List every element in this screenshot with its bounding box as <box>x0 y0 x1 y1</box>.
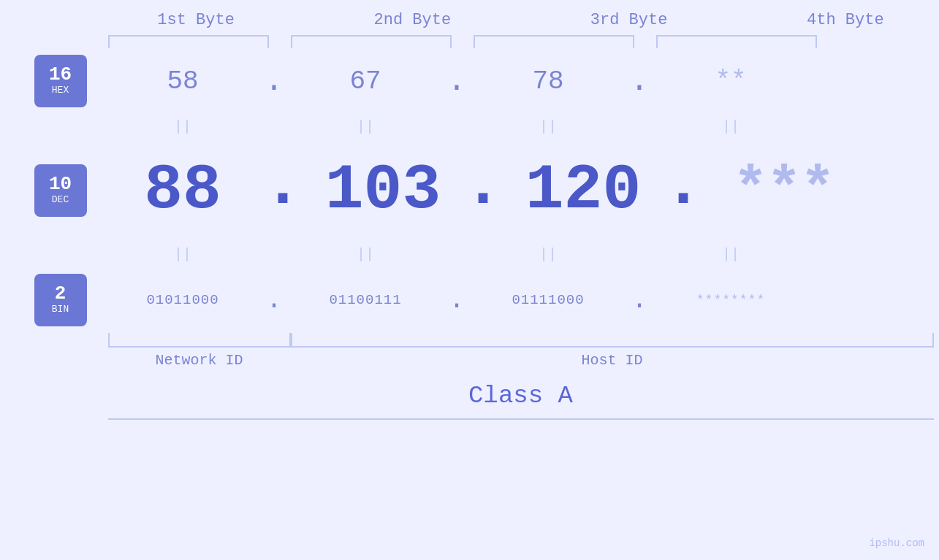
dec-dot2: . <box>463 153 503 229</box>
bin-badge: 2 BIN <box>34 274 87 326</box>
byte-headers-row: 1st Byte 2nd Byte 3rd Byte 4th Byte <box>102 11 939 35</box>
badges-column: 16 HEX 10 DEC 2 BIN <box>0 52 102 329</box>
bottom-labels: Network ID Host ID <box>108 352 934 369</box>
class-section: Class A <box>108 382 934 420</box>
host-id-label: Host ID <box>291 352 934 369</box>
bottom-brackets <box>108 333 934 348</box>
dec-b2: 103 <box>303 158 463 223</box>
host-bracket <box>291 333 934 348</box>
bin-b4: ******** <box>650 293 811 307</box>
eq2-b2: || <box>285 246 446 263</box>
class-label: Class A <box>468 382 573 410</box>
hex-b3: 78 <box>468 66 628 96</box>
eq1-b1: || <box>102 118 263 135</box>
hex-badge-label: HEX <box>52 84 69 97</box>
hex-badge: 16 HEX <box>34 55 87 107</box>
hex-dot2: . <box>446 63 468 99</box>
bracket-byte4 <box>656 35 817 48</box>
dec-dot3: . <box>664 153 703 229</box>
bin-dot2: . <box>446 285 468 315</box>
dec-badge-label: DEC <box>52 193 69 207</box>
byte1-header: 1st Byte <box>157 11 235 35</box>
dec-row: 88 . 103 . 120 . *** <box>102 143 924 238</box>
dec-b4: *** <box>703 161 864 220</box>
values-area: 58 . 67 . 78 . ** <box>102 52 939 329</box>
bin-badge-num: 2 <box>55 284 66 303</box>
hex-b1: 58 <box>102 66 263 96</box>
bin-b3: 01111000 <box>468 292 628 308</box>
byte2-header: 2nd Byte <box>374 11 452 35</box>
page-container: 1st Byte 2nd Byte 3rd Byte 4th Byte <box>0 0 939 420</box>
network-id-label: Network ID <box>108 352 291 369</box>
bracket-byte2 <box>291 35 452 48</box>
hex-dot3: . <box>628 63 650 99</box>
network-bracket <box>108 333 291 348</box>
hex-badge-num: 16 <box>49 65 72 84</box>
byte1-col: 1st Byte <box>102 11 289 35</box>
byte2-col: 2nd Byte <box>319 11 506 35</box>
bracket-byte1 <box>108 35 269 48</box>
dec-b1: 88 <box>102 158 263 223</box>
hex-dot1: . <box>263 63 285 99</box>
eq-row-2: || || || || <box>102 238 924 271</box>
bin-row: 01011000 . 01100111 . 01111000 . <box>102 271 924 329</box>
top-brackets <box>108 35 934 48</box>
eq2-b3: || <box>468 246 628 263</box>
byte3-header: 3rd Byte <box>590 11 668 35</box>
dec-badge-num: 10 <box>49 174 72 193</box>
watermark: ipshu.com <box>869 537 924 549</box>
byte3-col: 3rd Byte <box>536 11 723 35</box>
eq2-b4: || <box>650 246 811 263</box>
bin-b2: 01100111 <box>285 292 446 308</box>
bin-badge-label: BIN <box>52 303 69 316</box>
bin-dot3: . <box>628 285 650 315</box>
dec-badge: 10 DEC <box>34 164 87 217</box>
hex-b2: 67 <box>285 66 446 96</box>
hex-row: 58 . 67 . 78 . ** <box>102 52 924 110</box>
hex-b4: ** <box>650 66 811 96</box>
eq1-b2: || <box>285 118 446 135</box>
dec-b3: 120 <box>503 158 664 223</box>
byte4-col: 4th Byte <box>752 11 939 35</box>
byte4-header: 4th Byte <box>807 11 884 35</box>
eq1-b4: || <box>650 118 811 135</box>
eq2-b1: || <box>102 246 263 263</box>
eq-row-1: || || || || <box>102 110 924 143</box>
bin-dot1: . <box>263 285 285 315</box>
bracket-byte3 <box>474 35 634 48</box>
eq1-b3: || <box>468 118 628 135</box>
dec-dot1: . <box>263 153 303 229</box>
rows-container: 16 HEX 10 DEC 2 BIN <box>0 52 939 329</box>
bin-b1: 01011000 <box>102 292 263 308</box>
